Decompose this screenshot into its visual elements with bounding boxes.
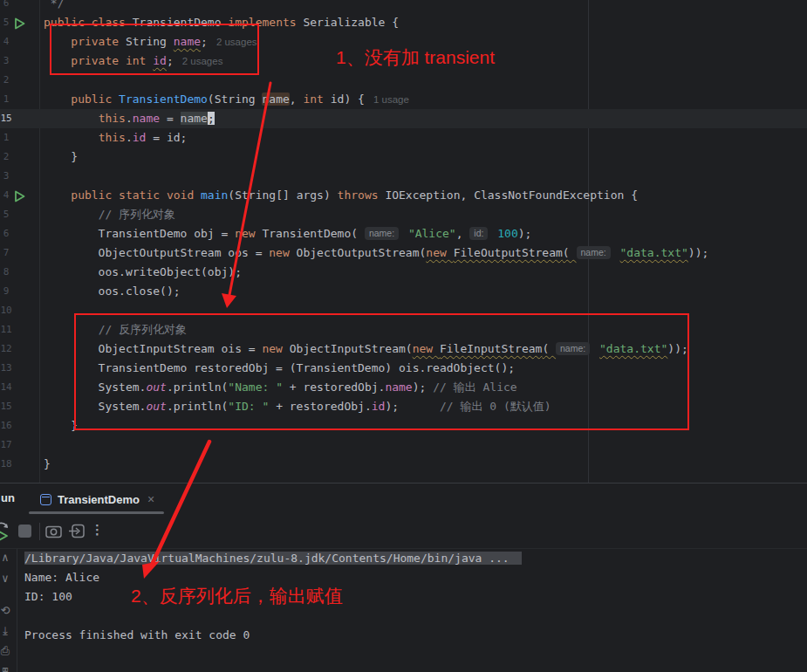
code-text: TransientDemo obj = new TransientDemo( n…	[44, 224, 531, 243]
code-line[interactable]: 15 this.name = name;	[0, 109, 807, 128]
code-lines: 6 */5public class TransientDemo implemen…	[0, 0, 807, 474]
code-line[interactable]: 1 this.id = id;	[0, 128, 807, 147]
code-line[interactable]: 14 System.out.println("Name: " + restore…	[0, 378, 807, 397]
code-line[interactable]: 5public class TransientDemo implements S…	[0, 13, 807, 32]
code-text: }	[44, 455, 51, 474]
code-line[interactable]: 7 ObjectOutputStream oos = new ObjectOut…	[0, 243, 807, 263]
close-icon[interactable]: ×	[147, 492, 154, 506]
code-line[interactable]: 1 public TransientDemo(String name, int …	[0, 90, 807, 109]
line-number: 18	[0, 455, 12, 474]
line-number: 11	[0, 320, 12, 339]
code-text: private int id;2 usages	[44, 51, 222, 71]
console-line-text-selected: /Library/Java/JavaVirtualMachines/zulu-8…	[24, 552, 522, 565]
more-options-icon[interactable]: ⋮	[91, 522, 104, 538]
console-gutter-separator	[17, 549, 17, 672]
code-text: }	[44, 147, 78, 167]
line-number: 6	[0, 0, 12, 13]
code-text: public TransientDemo(String name, int id…	[44, 90, 409, 109]
run-panel-header: un TransientDemo ×	[0, 483, 807, 515]
console-output: /Library/Java/JavaVirtualMachines/zulu-8…	[24, 549, 807, 645]
parameter-hint-chip: id:	[469, 227, 488, 240]
toolbar-separator	[39, 523, 40, 540]
line-number: 17	[0, 435, 12, 455]
run-toolwindow-label-cropped: un	[1, 491, 15, 504]
code-line[interactable]: 2 }	[0, 147, 807, 167]
line-number: 5	[0, 205, 12, 224]
parameter-hint-chip: name:	[365, 227, 399, 240]
clear-icon[interactable]: ⌧	[0, 662, 14, 672]
navigate-up-icon[interactable]: ∧	[0, 550, 14, 566]
scroll-to-end-icon[interactable]: ⤓	[0, 623, 14, 639]
code-line[interactable]: 2	[0, 71, 807, 90]
code-line[interactable]: 3	[0, 167, 807, 186]
line-number: 2	[0, 71, 12, 90]
line-number: 4	[0, 32, 12, 51]
code-line[interactable]: 6 TransientDemo obj = new TransientDemo(…	[0, 224, 807, 243]
code-text: // 序列化对象	[44, 205, 175, 224]
rerun-button[interactable]	[0, 520, 12, 543]
code-line[interactable]: 11 // 反序列化对象	[0, 320, 807, 339]
line-number: 4	[0, 186, 12, 205]
console-line[interactable]: Name: Alice	[24, 568, 807, 587]
code-line[interactable]: 18}	[0, 455, 807, 474]
code-editor[interactable]: 6 */5public class TransientDemo implemen…	[0, 0, 807, 483]
code-text: // 反序列化对象	[44, 320, 187, 339]
code-line[interactable]: 12 ObjectInputStream ois = new ObjectInp…	[0, 339, 807, 359]
run-console[interactable]: ∧∨⟲⤓⎙⌧ /Library/Java/JavaVirtualMachines…	[0, 549, 807, 672]
rerun-icon[interactable]: ⟲	[0, 603, 14, 619]
code-text: System.out.println("Name: " + restoredOb…	[44, 378, 517, 397]
line-number: 12	[0, 339, 12, 359]
code-text: }	[44, 416, 78, 435]
console-tab-icon	[40, 494, 51, 505]
tab-transientdemo[interactable]: TransientDemo ×	[35, 486, 160, 512]
line-number: 14	[0, 378, 12, 397]
code-line[interactable]: 15 System.out.println("ID: " + restoredO…	[0, 397, 807, 416]
console-line[interactable]: /Library/Java/JavaVirtualMachines/zulu-8…	[24, 549, 807, 568]
code-line[interactable]: 8 oos.writeObject(obj);	[0, 263, 807, 282]
line-number: 10	[0, 301, 12, 320]
code-text: private String name;2 usages	[44, 32, 257, 51]
line-number: 15	[0, 109, 12, 128]
line-number: 9	[0, 282, 12, 301]
code-line[interactable]: 4 public static void main(String[] args)…	[0, 186, 807, 205]
code-line[interactable]: 17	[0, 435, 807, 455]
line-number: 1	[0, 90, 12, 109]
code-line[interactable]: 6 */	[0, 0, 807, 13]
usages-inlay-hint[interactable]: 2 usages	[216, 37, 257, 47]
code-text: oos.close();	[44, 282, 181, 301]
usages-inlay-hint[interactable]: 1 usage	[373, 94, 409, 105]
rerun-icon	[0, 520, 12, 543]
code-text: System.out.println("ID: " + restoredObj.…	[44, 397, 551, 416]
console-line[interactable]: ID: 100	[24, 587, 807, 607]
code-text: ObjectOutputStream oos = new ObjectOutpu…	[44, 243, 708, 263]
code-line[interactable]: 10	[0, 301, 807, 320]
code-line[interactable]: 16 }	[0, 416, 807, 435]
print-icon[interactable]: ⎙	[0, 643, 14, 659]
line-number: 16	[0, 416, 12, 435]
code-line[interactable]: 13 TransientDemo restoredObj = (Transien…	[0, 359, 807, 378]
run-gutter-icon[interactable]	[14, 189, 25, 202]
line-number: 7	[0, 243, 12, 263]
stop-button[interactable]	[18, 525, 31, 538]
tab-underline	[29, 511, 164, 514]
console-line-text: Process finished with exit code 0	[24, 628, 250, 641]
code-line[interactable]: 5 // 序列化对象	[0, 205, 807, 224]
run-gutter-icon[interactable]	[14, 17, 25, 29]
navigate-down-icon[interactable]: ∨	[0, 571, 14, 586]
code-text: oos.writeObject(obj);	[44, 263, 242, 282]
thread-dump-camera-icon[interactable]	[45, 524, 63, 538]
console-line[interactable]: Process finished with exit code 0	[24, 626, 807, 645]
line-number: 15	[0, 397, 12, 416]
code-line[interactable]: 3 private int id;2 usages	[0, 51, 807, 71]
parameter-hint-chip: name:	[577, 246, 611, 259]
attach-to-process-icon[interactable]	[69, 524, 85, 538]
line-number: 5	[0, 13, 12, 32]
code-line[interactable]: 9 oos.close();	[0, 282, 807, 301]
console-line[interactable]	[24, 607, 807, 626]
code-text: public static void main(String[] args) t…	[44, 186, 638, 205]
parameter-hint-chip: name:	[556, 342, 590, 355]
usages-inlay-hint[interactable]: 2 usages	[182, 56, 223, 66]
code-text: ObjectInputStream ois = new ObjectInputS…	[44, 339, 688, 359]
code-line[interactable]: 4 private String name;2 usages	[0, 32, 807, 51]
line-number: 3	[0, 167, 12, 186]
